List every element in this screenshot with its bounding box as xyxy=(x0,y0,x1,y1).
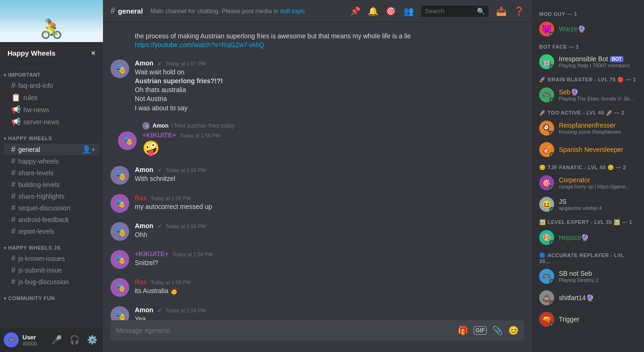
header-icons: 📌 🔔 🎯 👥 Search 🔍 📥 ❓ xyxy=(350,6,524,17)
member-item[interactable]: 😆 JS apgavimo veidas 4 xyxy=(535,194,640,215)
gift-icon[interactable]: 🎁 xyxy=(458,325,468,336)
sidebar-item-js-submit-issue[interactable]: # js-submit-issue xyxy=(4,265,99,276)
message-group: 🎭 +KIKUITE+ Today at 1:59 PM Snitzel? xyxy=(103,248,532,271)
sidebar-item-js-bug-discussion[interactable]: # js-bug-discussion xyxy=(4,276,99,287)
server-header[interactable]: Happy Wheels ✕ xyxy=(0,42,103,65)
username: User xyxy=(22,334,37,341)
message-group: 🎭 Amon ✓ Today at 1:57 PM Wait wait hold… xyxy=(103,57,532,115)
member-item[interactable]: 💩 shitfart14 🔮 xyxy=(535,287,640,308)
sidebar-item-share-levels[interactable]: # share-levels xyxy=(4,167,99,179)
message-header: +KIKUITE+ Today at 1:58 PM xyxy=(142,131,517,139)
help-icon[interactable]: ❓ xyxy=(514,6,524,16)
status-indicator xyxy=(549,98,554,102)
message-author[interactable]: Rax xyxy=(135,194,147,201)
message-author[interactable]: +KIKUITE+ xyxy=(142,131,176,139)
category-community-fun[interactable]: ▾ COMMUNITY FUN xyxy=(0,288,103,303)
category-happy-wheels-js[interactable]: ▾ HAPPY WHEELS JS xyxy=(0,237,103,252)
sidebar-item-report-levels[interactable]: # report-levels xyxy=(4,226,99,237)
message-text: Yea xyxy=(135,315,524,320)
member-item[interactable]: 😈 Warze 🔮 xyxy=(535,19,640,39)
member-item[interactable]: 🔫 Trigger xyxy=(535,309,640,330)
member-name: SB not Seb xyxy=(559,270,592,277)
category-happy-wheels[interactable]: ▾ HAPPY WHEELS xyxy=(0,128,103,143)
member-name: JS xyxy=(559,198,566,205)
emoji-icon[interactable]: 😊 xyxy=(508,325,519,336)
category-important[interactable]: ▾ IMPORTANT xyxy=(0,65,103,79)
hash-icon: # xyxy=(11,254,15,263)
message-author[interactable]: +KIKUITE+ xyxy=(135,250,168,258)
member-status: conga hurry up | https://game... xyxy=(559,184,637,189)
message-author[interactable]: Amon xyxy=(135,59,154,67)
sidebar-item-share-highlights[interactable]: # share-highlights xyxy=(4,191,99,202)
message-text: With schnitzel xyxy=(135,174,524,183)
rules-icon: 📋 xyxy=(11,93,21,102)
status-indicator xyxy=(549,279,554,284)
member-item[interactable]: 🎯 Corperator conga hurry up | https://ga… xyxy=(535,172,640,193)
reply-author: Amon xyxy=(153,122,168,129)
gif-icon[interactable]: GIF xyxy=(474,326,487,335)
sidebar-item-happy-wheels[interactable]: # happy-wheels xyxy=(4,156,99,167)
member-item[interactable]: 🎸 Spanish Neversleeper xyxy=(535,139,640,160)
member-item[interactable]: 🍳 Reispfannenfresser fressing some Reisp… xyxy=(535,118,640,138)
sidebar-item-server-news[interactable]: 📢 server-news xyxy=(4,116,99,128)
sidebar-item-sequel-discussion[interactable]: # sequel-discussion xyxy=(4,202,99,214)
category-label: HAPPY WHEELS JS xyxy=(8,245,61,251)
inbox-icon[interactable]: 📥 xyxy=(496,6,506,16)
status-indicator xyxy=(549,301,554,305)
message-author[interactable]: Rax xyxy=(135,278,147,286)
server-banner: 🚴 xyxy=(0,0,103,42)
pins-icon[interactable]: 📌 xyxy=(350,6,360,16)
youtube-link[interactable]: https://youtube.com/watch?v=RqGZw7-iAhQ xyxy=(135,41,264,49)
member-name-row: Reispfannenfresser xyxy=(559,122,637,129)
message-author[interactable]: Amon xyxy=(135,306,154,314)
upload-icon[interactable]: 📎 xyxy=(492,325,503,336)
settings-button[interactable]: ⚙️ xyxy=(85,333,99,347)
message-content: Amon ✓ Today at 1:59 PM Yea xyxy=(135,306,524,320)
notifications-icon[interactable]: 🔔 xyxy=(368,6,378,16)
sidebar-item-android-feedback[interactable]: # android-feedback xyxy=(4,214,99,225)
avatar: 🎭 xyxy=(110,166,129,185)
message-header: Amon ✓ Today at 1:57 PM xyxy=(135,59,524,67)
add-member-icon[interactable]: 👤+ xyxy=(82,145,95,154)
member-item[interactable]: 🎮 Seb 🔮 Playing The Elder Scrolls V: Sk.… xyxy=(535,85,640,105)
member-badge: 🔮 xyxy=(586,294,594,302)
sidebar-item-js-known-issues[interactable]: # js-known-issues xyxy=(4,253,99,264)
hash-icon: # xyxy=(11,169,15,177)
message-input[interactable] xyxy=(116,322,458,339)
channel-title: general xyxy=(118,7,143,15)
sidebar-item-general[interactable]: # general 👤+ xyxy=(4,144,99,155)
member-list: MOD GUY — 1 😈 Warze 🔮 BOT FACE — 1 🤖 Irr… xyxy=(532,0,644,352)
main-chat: # general Main channel for chatting. Ple… xyxy=(103,0,532,352)
member-item[interactable]: 🎮 SB not Seb Playing Destiny 2 xyxy=(535,266,640,287)
member-status: Playing Destiny 2 xyxy=(559,277,637,283)
mention-icon[interactable]: 🎯 xyxy=(386,6,396,16)
member-name-row: SB not Seb xyxy=(559,270,637,277)
deafen-button[interactable]: 🎧 xyxy=(67,333,81,347)
status-indicator xyxy=(549,240,554,245)
hash-icon: # xyxy=(11,216,15,224)
member-name: Corperator xyxy=(559,176,590,184)
member-item[interactable]: 🤖 Irresponsible Bot BOT Playing !help | … xyxy=(535,51,640,72)
off-topic-link[interactable]: #off-topic xyxy=(280,7,305,14)
message-time: Today at 1:59 PM xyxy=(172,251,212,257)
category-label: HAPPY WHEELS xyxy=(8,136,52,141)
message-author[interactable]: Amon xyxy=(135,222,154,230)
member-item[interactable]: 🎨 Hopsco 🔮 xyxy=(535,227,640,248)
mute-button[interactable]: 🎤 xyxy=(50,333,64,347)
sidebar-item-hw-news[interactable]: 📢 hw-news xyxy=(4,104,99,115)
chevron-down-icon: ✕ xyxy=(91,50,95,57)
channel-label: report-levels xyxy=(18,228,54,235)
sidebar-item-rules[interactable]: 📋 rules xyxy=(4,92,99,103)
search-box[interactable]: Search 🔍 xyxy=(421,6,489,17)
sidebar-item-faq-and-info[interactable]: # faq-and-info xyxy=(4,80,99,91)
members-icon[interactable]: 👥 xyxy=(403,6,414,16)
message-author[interactable]: Amon xyxy=(135,166,154,173)
member-name-row: shitfart14 🔮 xyxy=(559,294,637,302)
channel-label: server-news xyxy=(23,118,59,126)
hash-icon: # xyxy=(11,204,15,212)
channel-label: share-highlights xyxy=(18,193,65,200)
sidebar-item-building-levels[interactable]: # building-levels xyxy=(4,179,99,190)
member-name-row: Warze 🔮 xyxy=(559,25,637,33)
member-info: Warze 🔮 xyxy=(559,25,637,33)
reply-avatar: 🎭 xyxy=(142,122,150,129)
